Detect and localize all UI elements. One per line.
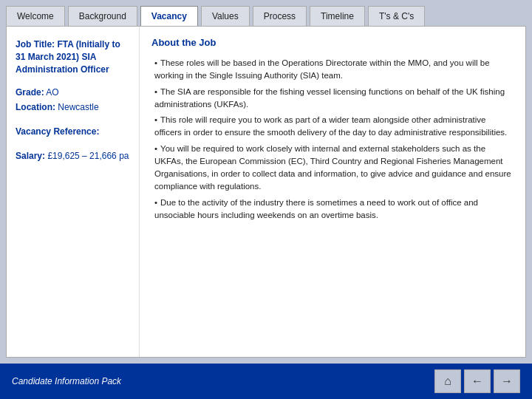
location-value: Newcastle: [58, 102, 98, 112]
nav-tab-background[interactable]: Background: [68, 6, 137, 26]
bullet-item-1: The SIA are responsible for the fishing …: [151, 86, 514, 112]
footer: Candidate Information Pack ⌂ ← →: [0, 364, 532, 399]
left-panel: Job Title: FTA (Initially to 31 March 20…: [7, 27, 140, 357]
nav-tab-ts-cs[interactable]: T's & C's: [368, 6, 425, 26]
bullet-item-0: These roles will be based in the Operati…: [151, 57, 514, 83]
right-panel: About the Job These roles will be based …: [140, 27, 525, 357]
salary-label: Salary:: [16, 151, 45, 161]
main-area: Job Title: FTA (Initially to 31 March 20…: [0, 26, 532, 364]
grade-label: Grade:: [16, 87, 44, 98]
location-label: Location:: [16, 102, 55, 112]
bullet-item-2: This role will require you to work as pa…: [151, 114, 514, 140]
footer-label: Candidate Information Pack: [12, 376, 121, 386]
footer-icons: ⌂ ← →: [434, 369, 520, 393]
nav-tab-welcome[interactable]: Welcome: [6, 6, 65, 26]
vacancy-ref-block: Vacancy Reference:: [16, 125, 130, 139]
home-button[interactable]: ⌂: [434, 369, 461, 393]
bullet-item-4: Due to the activity of the industry ther…: [151, 197, 514, 222]
salary-block: Salary: £19,625 – 21,666 pa: [16, 149, 130, 163]
bullet-item-3: You will be required to work closely wit…: [151, 143, 514, 194]
nav-tab-vacancy[interactable]: Vacancy: [140, 6, 198, 26]
nav-tab-timeline[interactable]: Timeline: [310, 6, 365, 26]
section-title: About the Job: [151, 37, 514, 48]
nav-tab-values[interactable]: Values: [201, 6, 250, 26]
grade-block: Grade: AO Location: Newcastle: [16, 86, 130, 114]
back-button[interactable]: ←: [464, 369, 491, 393]
content-wrapper: Job Title: FTA (Initially to 31 March 20…: [6, 26, 526, 358]
bullets-container: These roles will be based in the Operati…: [151, 57, 514, 225]
job-title: Job Title: FTA (Initially to 31 March 20…: [16, 38, 130, 75]
forward-button[interactable]: →: [494, 369, 520, 393]
vacancy-ref-label: Vacancy Reference:: [16, 126, 99, 137]
nav-bar: WelcomeBackgroundVacancyValuesProcessTim…: [0, 0, 532, 26]
nav-tab-process[interactable]: Process: [253, 6, 307, 26]
grade-value: AO: [46, 87, 58, 98]
salary-value: £19,625 – 21,666 pa: [47, 151, 129, 161]
